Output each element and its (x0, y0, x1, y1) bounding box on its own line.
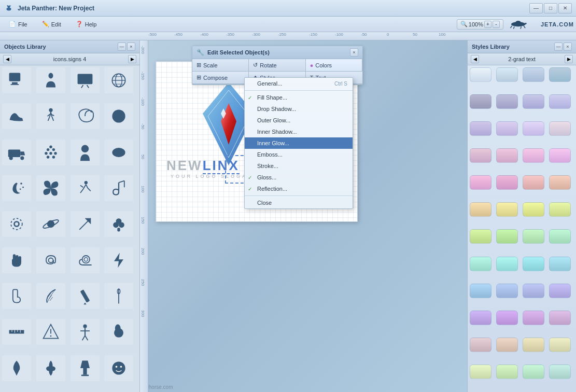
style-swatch[interactable] (549, 148, 571, 163)
edit-menu[interactable]: ✏️ Edit (35, 18, 68, 30)
style-swatch[interactable] (496, 175, 518, 190)
style-swatch[interactable] (496, 284, 518, 298)
dropdown-close[interactable]: Close (245, 197, 353, 208)
style-swatch[interactable] (549, 365, 571, 379)
style-swatch[interactable] (523, 229, 544, 244)
dropdown-stroke[interactable]: Stroke... (245, 160, 353, 172)
style-swatch[interactable] (470, 202, 491, 217)
style-swatch[interactable] (523, 67, 544, 82)
icon-tv[interactable] (71, 67, 100, 93)
icon-lamp[interactable] (71, 355, 100, 381)
dropdown-reflection[interactable]: Reflection... (245, 183, 353, 194)
style-swatch[interactable] (470, 148, 491, 163)
style-swatch[interactable] (523, 202, 544, 217)
style-swatch[interactable] (523, 365, 544, 379)
compose-tab[interactable]: ⊞ Compose (192, 72, 249, 84)
scale-tab[interactable]: ⊞ Scale (192, 59, 249, 72)
styles-next-btn[interactable]: ▶ (565, 55, 573, 63)
close-button[interactable]: ✕ (558, 3, 572, 13)
icon-ball[interactable] (104, 319, 133, 345)
style-swatch[interactable] (470, 338, 491, 352)
icon-hand-stop[interactable] (2, 247, 31, 273)
style-swatch[interactable] (523, 284, 544, 298)
style-swatch[interactable] (496, 202, 518, 217)
icon-afro[interactable] (71, 139, 100, 165)
icon-clover[interactable] (104, 211, 133, 237)
style-swatch[interactable] (470, 175, 491, 190)
icon-needle[interactable] (104, 283, 133, 309)
icon-ruler[interactable] (2, 319, 31, 345)
styles-close-btn[interactable]: × (564, 43, 572, 51)
icon-dots[interactable] (36, 139, 65, 165)
icon-at-symbol[interactable] (36, 247, 65, 273)
style-swatch[interactable] (549, 121, 571, 136)
icon-shoe[interactable] (2, 103, 31, 129)
dropdown-inner-glow[interactable]: Inner Glow... (245, 137, 353, 149)
icon-walking[interactable] (36, 103, 65, 129)
style-swatch[interactable] (470, 121, 491, 136)
library-prev-btn[interactable]: ◀ (3, 55, 11, 63)
zoom-plus-button[interactable]: + (484, 21, 491, 28)
icon-spiral[interactable] (71, 103, 100, 129)
style-swatch[interactable] (549, 229, 571, 244)
icon-face[interactable] (104, 103, 133, 129)
style-swatch[interactable] (523, 257, 544, 271)
dropdown-gloss[interactable]: Gloss... (245, 172, 353, 183)
style-swatch[interactable] (470, 257, 491, 271)
style-swatch[interactable] (549, 257, 571, 271)
zoom-minus-button[interactable]: - (493, 21, 500, 28)
style-swatch[interactable] (470, 94, 491, 109)
styles-minimize-btn[interactable]: — (554, 43, 563, 51)
maximize-button[interactable]: □ (544, 3, 557, 13)
style-swatch[interactable] (496, 94, 518, 109)
icon-globe[interactable] (104, 67, 133, 93)
icon-snail[interactable] (71, 247, 100, 273)
help-menu[interactable]: ❓ Help (69, 18, 104, 30)
style-swatch[interactable] (496, 257, 518, 271)
icon-warning-sign[interactable] (36, 319, 65, 345)
library-next-btn[interactable]: ▶ (128, 55, 136, 63)
icon-oval[interactable] (104, 139, 133, 165)
icon-person-arms[interactable] (71, 319, 100, 345)
dropdown-drop-shadow[interactable]: Drop Shadow... (245, 103, 353, 115)
style-swatch[interactable] (523, 338, 544, 352)
style-swatch[interactable] (549, 175, 571, 190)
dropdown-general[interactable]: General... Ctrl S (245, 78, 353, 89)
style-swatch[interactable] (496, 365, 518, 379)
style-swatch[interactable] (523, 148, 544, 163)
icon-pinwheel[interactable] (36, 175, 65, 201)
style-swatch[interactable] (523, 311, 544, 325)
icon-arrow-diagonal[interactable] (71, 211, 100, 237)
style-swatch[interactable] (496, 338, 518, 352)
dropdown-emboss[interactable]: Emboss... (245, 149, 353, 160)
style-swatch[interactable] (523, 121, 544, 136)
dropdown-fill-shape[interactable]: Fill Shape... (245, 92, 353, 103)
objects-close-btn[interactable]: × (127, 43, 135, 51)
icon-moon-stars[interactable] (2, 175, 31, 201)
style-swatch[interactable] (549, 338, 571, 352)
icon-planet[interactable] (36, 211, 65, 237)
file-menu[interactable]: 📄 File (2, 18, 34, 30)
style-swatch[interactable] (549, 311, 571, 325)
style-swatch[interactable] (549, 284, 571, 298)
styles-prev-btn[interactable]: ◀ (471, 55, 479, 63)
style-swatch[interactable] (496, 67, 518, 82)
style-swatch[interactable] (496, 121, 518, 136)
edit-panel-close-btn[interactable]: × (350, 48, 358, 57)
style-swatch[interactable] (523, 175, 544, 190)
icon-runner[interactable] (71, 175, 100, 201)
icon-pencil[interactable] (71, 283, 100, 309)
icon-guitar[interactable] (36, 355, 65, 381)
icon-gear[interactable] (2, 211, 31, 237)
style-swatch[interactable] (496, 229, 518, 244)
style-swatch[interactable] (470, 365, 491, 379)
minimize-button[interactable]: — (529, 3, 543, 13)
style-swatch[interactable] (470, 311, 491, 325)
icon-person[interactable] (36, 67, 65, 93)
style-swatch[interactable] (496, 148, 518, 163)
style-swatch[interactable] (470, 67, 491, 82)
style-swatch[interactable] (496, 311, 518, 325)
dropdown-inner-shadow[interactable]: Inner Shadow... (245, 126, 353, 137)
icon-computer[interactable] (2, 67, 31, 93)
icon-music-note[interactable] (104, 175, 133, 201)
